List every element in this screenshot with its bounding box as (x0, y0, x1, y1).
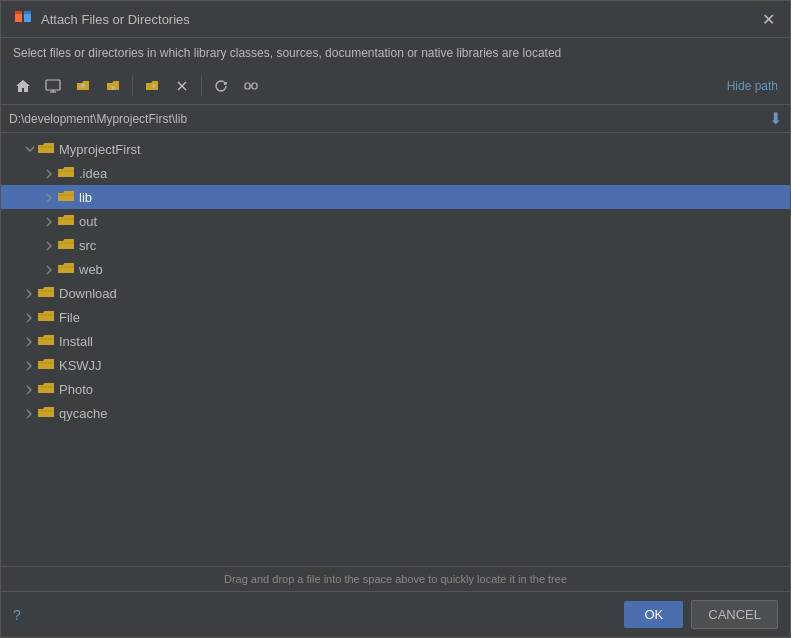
link-button[interactable] (237, 72, 265, 100)
chevron-icon (21, 405, 37, 421)
new-folder-button[interactable] (99, 72, 127, 100)
tree-item-file[interactable]: File (1, 305, 790, 329)
svg-rect-2 (15, 11, 22, 14)
chevron-icon (41, 237, 57, 253)
computer-button[interactable] (39, 72, 67, 100)
attach-dialog: Attach Files or Directories ✕ Select fil… (0, 0, 791, 638)
help-button[interactable]: ? (13, 607, 21, 623)
delete-button[interactable] (168, 72, 196, 100)
svg-rect-0 (15, 13, 22, 22)
folder-icon (37, 404, 55, 422)
folder-icon (37, 284, 55, 302)
tree-item-label: .idea (79, 166, 107, 181)
tree-item-photo[interactable]: Photo (1, 377, 790, 401)
folder-icon (57, 164, 75, 182)
tree-item-kswjj[interactable]: KSWJJ (1, 353, 790, 377)
file-tree: MyprojectFirst .idea lib out src web Dow… (1, 133, 790, 566)
tree-item-install[interactable]: Install (1, 329, 790, 353)
svg-rect-1 (24, 13, 31, 22)
tree-item-label: Photo (59, 382, 93, 397)
dialog-subtitle: Select files or directories in which lib… (1, 38, 790, 68)
toolbar: Hide path (1, 68, 790, 105)
toolbar-buttons (9, 72, 265, 100)
folder-icon (57, 188, 75, 206)
chevron-icon (21, 381, 37, 397)
refresh-button[interactable] (207, 72, 235, 100)
title-bar: Attach Files or Directories ✕ (1, 1, 790, 38)
app-icon (13, 9, 33, 29)
toolbar-separator-2 (201, 76, 202, 96)
tree-item-label: KSWJJ (59, 358, 102, 373)
download-icon[interactable]: ⬇ (769, 109, 782, 128)
chevron-icon (21, 141, 37, 157)
cancel-button[interactable]: CANCEL (691, 600, 778, 629)
tree-item-label: Install (59, 334, 93, 349)
chevron-icon (21, 285, 37, 301)
folder-icon (57, 212, 75, 230)
svg-rect-10 (252, 83, 257, 89)
current-path: D:\development\MyprojectFirst\lib (9, 112, 187, 126)
tree-item-label: MyprojectFirst (59, 142, 141, 157)
chevron-icon (21, 333, 37, 349)
folder-icon (57, 260, 75, 278)
tree-item-out[interactable]: out (1, 209, 790, 233)
tree-item-label: qycache (59, 406, 107, 421)
chevron-icon (21, 357, 37, 373)
footer: ? OK CANCEL (1, 591, 790, 637)
chevron-icon (41, 261, 57, 277)
svg-rect-9 (245, 83, 250, 89)
folder-icon (37, 308, 55, 326)
move-button[interactable] (138, 72, 166, 100)
toolbar-separator-1 (132, 76, 133, 96)
chevron-icon (41, 213, 57, 229)
tree-item-label: lib (79, 190, 92, 205)
tree-item-label: web (79, 262, 103, 277)
path-bar: D:\development\MyprojectFirst\lib ⬇ (1, 105, 790, 133)
tree-item-src[interactable]: src (1, 233, 790, 257)
tree-item-lib[interactable]: lib (1, 185, 790, 209)
folder-icon (57, 236, 75, 254)
tree-item-download[interactable]: Download (1, 281, 790, 305)
tree-item-myproject[interactable]: MyprojectFirst (1, 137, 790, 161)
tree-item-idea[interactable]: .idea (1, 161, 790, 185)
hide-path-button[interactable]: Hide path (723, 77, 782, 95)
ok-button[interactable]: OK (624, 601, 683, 628)
svg-rect-4 (46, 80, 60, 90)
tree-item-web[interactable]: web (1, 257, 790, 281)
title-bar-left: Attach Files or Directories (13, 9, 190, 29)
tree-item-label: out (79, 214, 97, 229)
chevron-icon (21, 309, 37, 325)
footer-actions: OK CANCEL (624, 600, 778, 629)
home-button[interactable] (9, 72, 37, 100)
tree-item-label: src (79, 238, 96, 253)
folder-icon (37, 380, 55, 398)
folder-icon (37, 356, 55, 374)
tree-item-qycache[interactable]: qycache (1, 401, 790, 425)
folder-icon (37, 332, 55, 350)
close-button[interactable]: ✕ (758, 9, 778, 29)
chevron-icon (41, 189, 57, 205)
dialog-title: Attach Files or Directories (41, 12, 190, 27)
svg-rect-3 (24, 11, 31, 14)
folder-icon (37, 140, 55, 158)
tree-item-label: File (59, 310, 80, 325)
tree-item-label: Download (59, 286, 117, 301)
chevron-icon (41, 165, 57, 181)
folder-up-button[interactable] (69, 72, 97, 100)
drag-hint: Drag and drop a file into the space abov… (1, 566, 790, 591)
